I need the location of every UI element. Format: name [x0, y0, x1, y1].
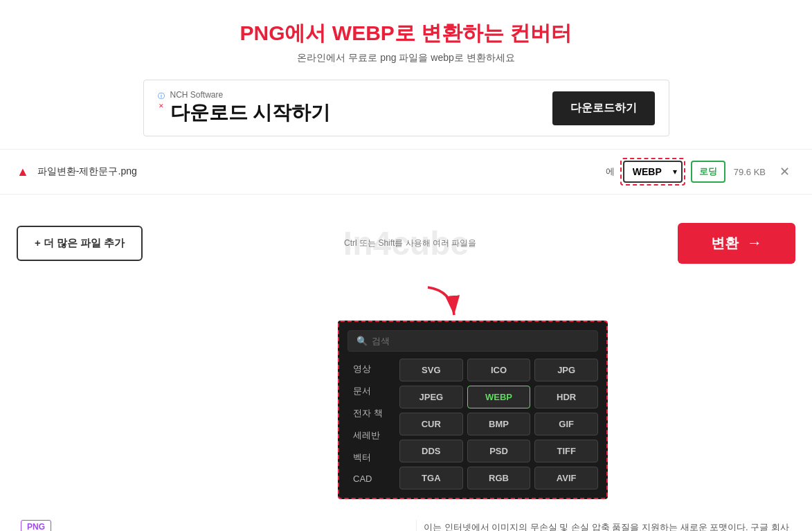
format-select-wrapper[interactable]: WEBP JPG PNG — [623, 161, 683, 183]
file-icon: ▲ — [17, 165, 29, 179]
format-gif[interactable]: GIF — [534, 413, 598, 435]
ad-info-icon: ⓘ ✕ — [158, 91, 165, 109]
format-cur[interactable]: CUR — [399, 413, 463, 435]
dropdown-categories: 영상 문서 전자 책 세레반 벡터 CAD — [348, 359, 393, 489]
convert-arrow-icon: → — [747, 234, 762, 252]
convert-main-button[interactable]: 변환 → — [678, 223, 795, 264]
dropdown-search-row[interactable]: 🔍 — [348, 330, 598, 352]
ad-brand: NCH Software — [170, 90, 331, 100]
ad-banner: ⓘ ✕ NCH Software 다운로드 시작하기 다운로드하기 — [143, 80, 669, 136]
format-hdr[interactable]: HDR — [534, 386, 598, 408]
format-webp[interactable]: WEBP — [467, 386, 531, 408]
page-subtitle: 온라인에서 무료로 png 파일을 webp로 변환하세요 — [14, 52, 798, 64]
format-jpeg[interactable]: JPEG — [399, 386, 463, 408]
close-file-button[interactable]: ✕ — [774, 161, 795, 182]
convert-preview-button[interactable]: 로딩 — [691, 161, 725, 183]
ad-headline: 다운로드 시작하기 — [170, 100, 331, 126]
category-vector[interactable]: 벡터 — [348, 447, 393, 468]
converter-area: ▲ 파일변환-제한문구.png 에 WEBP JPG PNG 로딩 79.6 — [0, 149, 812, 298]
ad-download-button[interactable]: 다운로드하기 — [552, 91, 655, 125]
category-cad[interactable]: CAD — [348, 469, 393, 488]
file-name: 파일변환-제한문구.png — [37, 165, 597, 178]
add-files-hint: Ctrl 또는 Shift를 사용해 여러 파일을 — [344, 237, 476, 249]
dropdown-body: 영상 문서 전자 책 세레반 벡터 CAD SVG ICO JPG JPEG W… — [348, 359, 598, 489]
right-content-section: 이는 인터넷에서 이미지의 무손실 및 손실 압축 품질을 지원하는 새로운 포… — [416, 520, 791, 531]
converter-main: In4cube + 더 많은 파일 추가 Ctrl 또는 Shift를 사용해 … — [0, 195, 812, 291]
category-ebook[interactable]: 전자 책 — [348, 403, 393, 424]
format-psd[interactable]: PSD — [467, 440, 531, 462]
right-content-text: 이는 인터넷에서 이미지의 무손실 및 손실 압축 품질을 지원하는 새로운 포… — [424, 520, 791, 531]
file-size: 79.6 KB — [734, 167, 766, 177]
page-header: PNG에서 WEBP로 변환하는 컨버터 온라인에서 무료로 png 파일을 w… — [0, 0, 812, 73]
format-tiff[interactable]: TIFF — [534, 440, 598, 462]
format-badge: PNG — [21, 520, 51, 531]
search-icon: 🔍 — [357, 336, 368, 346]
lower-content: PNG 이동식 네트워크 그래픽 PNG • 수축은 무손실 압축 알고리즘을 … — [0, 506, 812, 531]
category-document[interactable]: 문서 — [348, 381, 393, 402]
format-rgb[interactable]: RGB — [467, 467, 531, 489]
format-ico[interactable]: ICO — [467, 359, 531, 381]
add-files-button[interactable]: + 더 많은 파일 추가 — [17, 226, 143, 261]
format-select-highlight: WEBP JPG PNG — [620, 158, 685, 186]
category-serban[interactable]: 세레반 — [348, 425, 393, 446]
dropdown-formats: SVG ICO JPG JPEG WEBP HDR CUR BMP GIF DD… — [399, 359, 598, 489]
to-label: 에 — [606, 165, 615, 178]
format-bmp[interactable]: BMP — [467, 413, 531, 435]
format-jpg[interactable]: JPG — [534, 359, 598, 381]
dropdown-search-input[interactable] — [372, 336, 589, 346]
file-row: ▲ 파일변환-제한문구.png 에 WEBP JPG PNG 로딩 79.6 — [0, 149, 812, 195]
format-dropdown-panel: 🔍 영상 문서 전자 책 세레반 벡터 CAD SVG ICO JPG JPEG — [338, 321, 608, 499]
page-title: PNG에서 WEBP로 변환하는 컨버터 — [14, 19, 798, 48]
format-dds[interactable]: DDS — [399, 440, 463, 462]
category-video[interactable]: 영상 — [348, 359, 393, 379]
format-svg[interactable]: SVG — [399, 359, 463, 381]
format-avif[interactable]: AVIF — [534, 467, 598, 489]
format-select[interactable]: WEBP JPG PNG — [623, 161, 683, 183]
format-tga[interactable]: TGA — [399, 467, 463, 489]
left-content-section: PNG 이동식 네트워크 그래픽 PNG • 수축은 무손실 압축 알고리즘을 … — [21, 520, 416, 531]
